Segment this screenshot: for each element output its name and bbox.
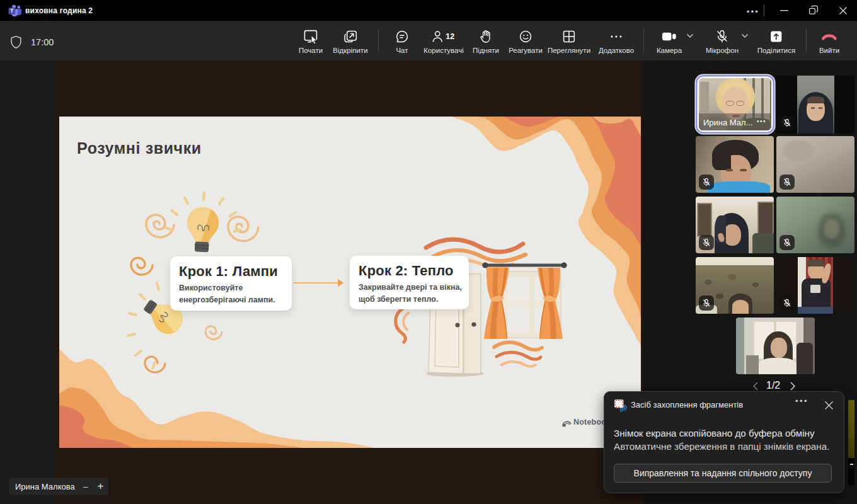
svg-text:T: T xyxy=(10,8,14,14)
svg-text:12: 12 xyxy=(446,32,454,41)
